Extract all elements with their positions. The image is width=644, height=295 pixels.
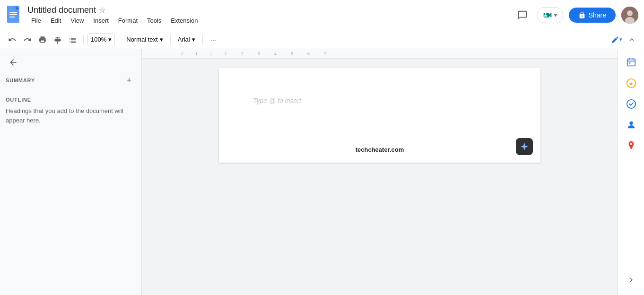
comment-button[interactable] xyxy=(514,7,531,24)
ai-assistant-button[interactable] xyxy=(516,138,533,155)
document-editor-area: -2 -1 | 1 2 3 4 5 6 7 Type @ to insert t… xyxy=(142,49,618,295)
menu-extensions[interactable]: Extension xyxy=(167,16,201,25)
select-input-button[interactable] xyxy=(66,33,79,46)
toolbar-divider-3 xyxy=(170,35,171,44)
svg-marker-6 xyxy=(549,13,551,17)
font-arrow: ▾ xyxy=(192,36,195,43)
more-options-button[interactable]: ··· xyxy=(207,33,220,46)
svg-rect-16 xyxy=(629,62,630,64)
summary-section-header: SUMMARY + xyxy=(6,74,136,87)
svg-rect-12 xyxy=(627,59,635,66)
right-sidebar-panel: ★ xyxy=(618,49,644,295)
top-right-actions: ▾ Share xyxy=(514,7,638,24)
ruler-mark: 6 xyxy=(307,52,310,56)
ruler-mark: 3 xyxy=(258,52,260,56)
svg-text:★: ★ xyxy=(629,81,634,87)
summary-divider xyxy=(6,91,136,91)
menu-tools[interactable]: Tools xyxy=(143,16,165,25)
ruler-mark: | xyxy=(210,52,211,56)
menu-format[interactable]: Format xyxy=(114,16,141,25)
meet-icon xyxy=(543,10,552,20)
title-menu-area: Untitled document ☆ File Edit View Inser… xyxy=(27,5,514,25)
print-button[interactable] xyxy=(36,33,49,46)
font-selector[interactable]: Arial ▾ xyxy=(174,33,199,46)
main-area: SUMMARY + OUTLINE Headings that you add … xyxy=(0,49,644,295)
svg-rect-3 xyxy=(9,14,17,15)
svg-point-7 xyxy=(545,13,546,14)
share-button[interactable]: Share xyxy=(569,8,616,23)
check-panel-button[interactable] xyxy=(622,95,641,113)
undo-button[interactable] xyxy=(6,33,19,46)
ruler: -2 -1 | 1 2 3 4 5 6 7 xyxy=(142,49,618,59)
paint-format-button[interactable] xyxy=(51,33,64,46)
title-row: Untitled document ☆ xyxy=(27,5,514,15)
font-value: Arial xyxy=(178,36,190,43)
toolbar-divider-2 xyxy=(119,35,119,44)
tasks-panel-button[interactable]: ★ xyxy=(622,74,641,93)
svg-point-10 xyxy=(627,10,633,16)
redo-button[interactable] xyxy=(21,33,34,46)
star-icon[interactable]: ☆ xyxy=(99,6,105,15)
edit-mode-button[interactable]: ▾ xyxy=(610,33,623,46)
document-outline-panel: SUMMARY + OUTLINE Headings that you add … xyxy=(0,49,142,295)
menu-edit[interactable]: Edit xyxy=(47,16,65,25)
add-summary-button[interactable]: + xyxy=(122,74,136,87)
back-button[interactable] xyxy=(6,55,21,70)
google-docs-icon xyxy=(6,6,23,25)
expand-panel-button[interactable] xyxy=(622,270,641,289)
outline-hint: Headings that you add to the document wi… xyxy=(6,106,136,125)
svg-rect-8 xyxy=(544,15,547,17)
document-title[interactable]: Untitled document xyxy=(27,5,96,15)
toolbar: 100% ▾ Normal text ▾ Arial ▾ ··· ▾ xyxy=(0,30,644,49)
share-label: Share xyxy=(589,11,606,19)
calendar-panel-button[interactable] xyxy=(622,53,641,72)
zoom-selector[interactable]: 100% ▾ xyxy=(87,33,115,46)
collapse-toolbar-button[interactable] xyxy=(625,33,638,46)
summary-label: SUMMARY xyxy=(6,78,35,83)
svg-point-20 xyxy=(629,121,633,125)
zoom-arrow: ▾ xyxy=(108,36,112,43)
watermark-text: techcheater.com xyxy=(356,146,404,153)
menu-view[interactable]: View xyxy=(67,16,87,25)
style-arrow: ▾ xyxy=(160,36,163,43)
style-value: Normal text xyxy=(126,36,157,43)
type-hint: Type @ to insert xyxy=(253,97,301,104)
maps-panel-button[interactable] xyxy=(622,136,641,155)
svg-rect-4 xyxy=(9,17,15,17)
ruler-mark: 2 xyxy=(241,52,244,56)
menu-file[interactable]: File xyxy=(27,16,45,25)
toolbar-divider-4 xyxy=(202,35,203,44)
ruler-mark: 1 xyxy=(225,52,227,56)
ruler-mark: -2 xyxy=(180,52,183,56)
ruler-mark: 5 xyxy=(291,52,293,56)
top-bar: Untitled document ☆ File Edit View Inser… xyxy=(0,0,644,30)
page-container: Type @ to insert techcheater.com xyxy=(142,59,618,172)
svg-point-19 xyxy=(627,100,635,108)
contacts-panel-button[interactable] xyxy=(622,115,641,134)
user-avatar[interactable] xyxy=(621,7,638,24)
menu-row: File Edit View Insert Format Tools Exten… xyxy=(27,16,514,25)
toolbar-divider-1 xyxy=(83,35,84,44)
ruler-mark: 4 xyxy=(274,52,277,56)
ruler-mark: -1 xyxy=(194,52,198,56)
ruler-mark: 7 xyxy=(324,52,326,56)
style-selector[interactable]: Normal text ▾ xyxy=(123,33,166,46)
zoom-value: 100% xyxy=(91,36,106,43)
document-page[interactable]: Type @ to insert techcheater.com xyxy=(219,68,540,163)
svg-rect-2 xyxy=(9,12,17,13)
outline-label: OUTLINE xyxy=(6,97,136,103)
menu-insert[interactable]: Insert xyxy=(89,16,113,25)
meet-button[interactable]: ▾ xyxy=(537,7,563,23)
